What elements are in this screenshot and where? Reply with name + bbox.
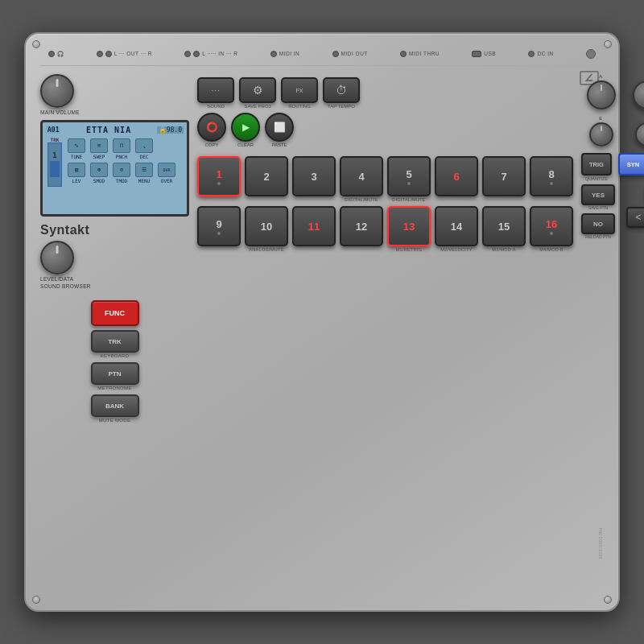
- clear-sub-label: CLEAR: [237, 142, 254, 147]
- stop-paste-button[interactable]: ⬜: [265, 113, 294, 142]
- no-button[interactable]: NO: [581, 213, 615, 234]
- serial-number: HW:0000/1038: [598, 528, 603, 559]
- pad-7[interactable]: 7: [482, 156, 526, 196]
- midi-out-group: MIDI OUT: [332, 51, 368, 57]
- ptn-button[interactable]: PTN: [91, 362, 139, 385]
- yes-sub-label: SAVE PTN: [588, 205, 608, 210]
- right-func-sub-trig: QUANTIZE: [585, 176, 608, 181]
- tap-tempo-sub-label: TAP TEMPO: [328, 104, 355, 109]
- main-volume-group: MAIN VOLUME: [40, 74, 189, 115]
- display-track-id: A01: [46, 126, 60, 134]
- display-screen-container: A01 ETTA NIA 🔒98.0 TRK 1: [40, 120, 189, 217]
- pad-sublabel-5: DIGITAL/MUTE: [392, 197, 426, 202]
- pad-1[interactable]: 1: [197, 156, 241, 196]
- pad-num-7: 7: [501, 171, 506, 183]
- pad-num-10: 10: [261, 221, 272, 233]
- right-func-btn-syn[interactable]: SYN: [618, 153, 645, 175]
- pad-16[interactable]: 16: [530, 206, 573, 246]
- save-proj-button-group: ⚙ SAVE PROJ: [239, 77, 276, 109]
- right-knob-b[interactable]: [633, 80, 645, 109]
- pads-row-2: 910ANALOG/MUTE111213M1/RETRIG14M2/VELOCI…: [197, 206, 573, 252]
- out-label: L ··· OUT ··· R: [114, 51, 152, 56]
- right-knob-a[interactable]: [587, 80, 616, 109]
- pad-6[interactable]: 6: [435, 156, 478, 196]
- screw-br: [604, 596, 612, 604]
- dc-in-group: DC IN: [528, 51, 553, 57]
- pad-wrapper-7: 7: [482, 156, 526, 202]
- pad-4[interactable]: 4: [340, 156, 383, 196]
- pad-num-6: 6: [453, 171, 459, 183]
- no-sub-label: RELOAD PTN: [585, 234, 611, 239]
- sound-button[interactable]: ···: [197, 77, 234, 103]
- save-proj-button[interactable]: ⚙: [239, 77, 276, 103]
- transport-row: ⭕ COPY ▶ CLEAR ⬜ PASTE: [197, 113, 573, 147]
- pad-13[interactable]: 13: [387, 206, 431, 246]
- in-group: L ····· IN ··· R: [184, 51, 237, 57]
- pad-dot-8: [550, 182, 553, 185]
- yes-button[interactable]: YES: [581, 184, 615, 205]
- level-data-knob[interactable]: [40, 241, 74, 275]
- out-r-jack: [105, 51, 112, 57]
- pad-num-14: 14: [451, 221, 462, 233]
- arrow-left-button[interactable]: <: [626, 207, 644, 228]
- paste-sub-label: PASTE: [271, 142, 287, 147]
- pad-8[interactable]: 8: [530, 156, 573, 196]
- main-area: MAIN VOLUME A01 ETTA NIA 🔒98.0 TRK: [40, 71, 604, 538]
- middle-panel: ··· SOUND ⚙ SAVE PROJ FX ROUTING ⏱ TAP T…: [197, 71, 573, 538]
- midi-in-group: MIDI IN: [270, 51, 300, 57]
- tap-tempo-button[interactable]: ⏱: [323, 77, 360, 103]
- func-buttons-row: ··· SOUND ⚙ SAVE PROJ FX ROUTING ⏱ TAP T…: [197, 71, 573, 109]
- fx-routing-sub-label: ROUTING: [288, 104, 311, 109]
- save-proj-sub-label: SAVE PROJ: [244, 104, 270, 109]
- pad-9[interactable]: 9: [197, 206, 241, 246]
- pad-dot-1: [217, 182, 221, 185]
- pad-num-11: 11: [308, 221, 320, 233]
- headphone-jack: 🎧: [48, 51, 64, 57]
- nav-section: YES SAVE PTN NO RELOAD PTN ∧ M1-4 SETUP: [581, 184, 644, 239]
- pad-wrapper-6: 6: [435, 156, 478, 202]
- usb-port: [472, 51, 481, 57]
- trk-sub-label: KEYBOARD: [101, 353, 130, 358]
- connector-bar: 🎧 L ··· OUT ··· R L ····· IN ··· R MIDI …: [40, 42, 604, 66]
- right-knob-group-e: E: [581, 116, 621, 147]
- pad-14[interactable]: 14: [435, 206, 478, 246]
- fx-routing-button[interactable]: FX: [281, 77, 318, 103]
- out-group: L ··· OUT ··· R: [97, 51, 152, 57]
- device-name-label: Syntakt: [40, 223, 189, 237]
- pad-5[interactable]: 5: [387, 156, 431, 196]
- in-r-jack: [193, 51, 200, 57]
- pad-num-5: 5: [406, 168, 411, 180]
- pad-num-15: 15: [498, 221, 510, 233]
- pad-num-1: 1: [216, 168, 221, 180]
- main-volume-knob[interactable]: [40, 74, 74, 108]
- in-l-jack: [184, 51, 191, 57]
- pad-12[interactable]: 12: [340, 206, 383, 246]
- pad-num-2: 2: [263, 171, 269, 183]
- right-func-btn-trig[interactable]: TRIG: [581, 153, 612, 175]
- copy-button[interactable]: ⭕: [197, 113, 226, 142]
- func-button-group: FUNC: [40, 300, 189, 326]
- right-func-sub-syn: MACHINE: [623, 176, 643, 181]
- trk-button[interactable]: TRK: [91, 330, 139, 353]
- pad-2[interactable]: 2: [245, 156, 288, 196]
- pad-10[interactable]: 10: [245, 206, 288, 246]
- pad-sublabel-13: M1/RETRIG: [396, 247, 423, 252]
- dc-jack: [528, 51, 535, 57]
- power-button[interactable]: [586, 49, 596, 59]
- right-knob-e[interactable]: [589, 122, 613, 147]
- play-clear-button[interactable]: ▶: [231, 113, 260, 142]
- pad-wrapper-16: 16M4/MOD B: [530, 206, 573, 252]
- power-group[interactable]: [586, 49, 596, 59]
- right-knob-f[interactable]: [635, 122, 645, 147]
- display-sound-name: ETTA NIA: [86, 126, 131, 134]
- midi-in-jack: [270, 51, 277, 57]
- pad-3[interactable]: 3: [292, 156, 336, 196]
- pad-wrapper-4: 4DIGITAL/MUTE: [340, 156, 383, 202]
- pad-wrapper-5: 5DIGITAL/MUTE: [387, 156, 431, 202]
- right-knob-label-e: E: [599, 116, 602, 121]
- yes-no-col: YES SAVE PTN NO RELOAD PTN: [581, 184, 615, 239]
- func-button[interactable]: FUNC: [91, 300, 139, 326]
- bank-button[interactable]: BANK: [91, 394, 139, 417]
- pad-11[interactable]: 11: [292, 206, 336, 246]
- pad-15[interactable]: 15: [482, 206, 526, 246]
